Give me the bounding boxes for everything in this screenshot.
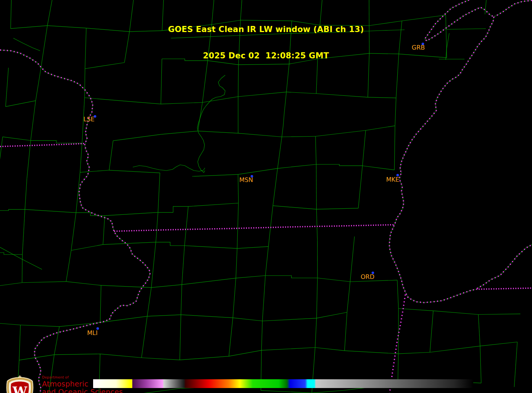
city-label-MSN: MSN <box>239 176 253 184</box>
city-label-MKE: MKE <box>386 176 399 183</box>
city-label-ORD: ORD <box>361 273 374 280</box>
image-title: GOES East Clean IR LW window (ABI ch 13)… <box>168 8 364 78</box>
uw-dept-label: Department of <box>42 376 123 379</box>
uw-name-line2: and Oceanic Sciences <box>42 388 123 393</box>
in-mi-border <box>476 288 532 289</box>
image-timestamp: 2025 Dec 02 12:08:25 GMT <box>168 52 364 60</box>
temperature-colorbar <box>93 379 473 388</box>
door-top <box>495 0 532 16</box>
wi-il-border <box>114 225 394 231</box>
lake-michigan-west-shore <box>389 17 494 303</box>
mn-ia-border <box>0 143 85 147</box>
green-bay-shore-green <box>425 0 494 41</box>
green-bay-shore <box>425 0 494 41</box>
uw-aos-logo: W Department of Atmospheric and Oceanic … <box>3 374 123 393</box>
lake-michigan-west-shore-green <box>389 17 494 303</box>
city-label-LSE: LSE <box>83 116 94 123</box>
city-label-GRB: GRB <box>412 44 425 51</box>
goes-east-ir-viewer: LSEMSNMKEGRBORDMLI GOES East Clean IR LW… <box>0 0 532 393</box>
city-label-MLI: MLI <box>87 329 97 337</box>
uw-crest-icon: W <box>3 374 37 393</box>
city-markers: LSEMSNMKEGRBORDMLI <box>83 43 425 337</box>
uw-logo-text: Department of Atmospheric and Oceanic Sc… <box>42 374 123 393</box>
mi-shore <box>477 245 532 288</box>
il-in-border <box>390 295 405 393</box>
uw-crest-letter: W <box>12 384 27 393</box>
image-title-line1: GOES East Clean IR LW window (ABI ch 13) <box>168 25 364 34</box>
mi-shore-green <box>477 245 532 288</box>
uw-name-line1: Atmospheric <box>42 380 123 388</box>
